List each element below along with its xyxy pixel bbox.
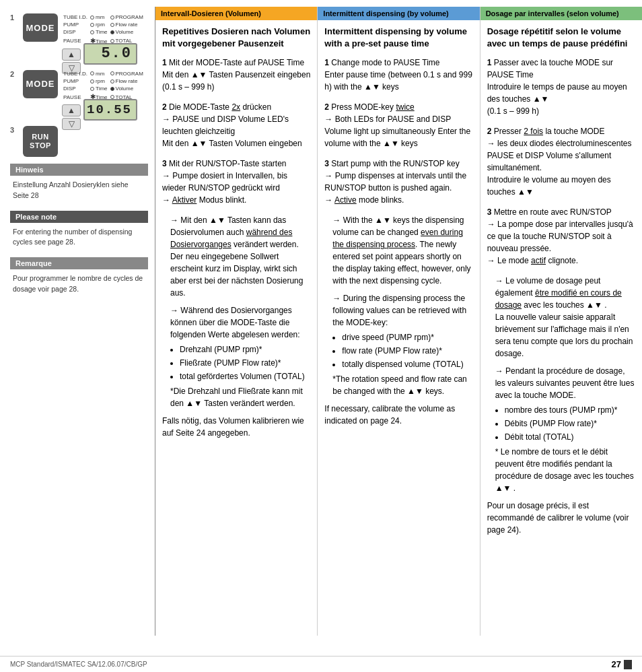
col2-calib: If necessary, calibrate the volume as in… <box>324 403 472 427</box>
col3-footnote: * Le nombre de tours et le débit peuvent… <box>495 446 635 494</box>
run-stop-button[interactable]: RUN STOP <box>23 126 58 157</box>
main-content: 1 MODE TUBE I.D.mmPROGRAM PUMPrpmFlow ra… <box>0 0 642 656</box>
please-note-content: For entering the number of dispensing cy… <box>10 226 148 250</box>
device-group-1: MODE TUBE I.D.mmPROGRAM PUMPrpmFlow rate… <box>23 13 145 65</box>
arrow-up-2[interactable]: ▲ <box>62 104 81 116</box>
device-group-2: MODE TUBE I.D.mmPROGRAM PUMPrpmFlow rate… <box>23 70 145 121</box>
col1-step3-num: 3 <box>162 159 167 168</box>
col1-bullet1: Drehzahl (PUMP rpm)* <box>180 343 310 356</box>
col2-step2-num: 2 <box>324 102 329 112</box>
col1-bullet2: Fließrate (PUMP Flow rate)* <box>180 357 310 369</box>
device-info-2: TUBE I.D.mmPROGRAM PUMPrpmFlow rate DISP… <box>62 70 145 102</box>
col1-bullet3: total gefördertes Volumen (TOTAL) <box>180 370 310 382</box>
hinweis-content: Einstellung Anzahl Dosieryklen siehe Sei… <box>10 178 148 203</box>
row-number-1: 1 <box>10 13 18 22</box>
display-1: 5.0 <box>83 43 137 65</box>
col3-actif: actif <box>531 256 546 265</box>
remarque-content: Pour programmer le nombre de cycles de d… <box>10 272 148 296</box>
row-number-2: 2 <box>10 70 18 78</box>
col1-calib: Falls nötig, das Volumen kalibrieren wie… <box>162 415 310 439</box>
col3-header: Dosage par intervalles (selon volume) <box>480 7 642 20</box>
col3-title: Dosage répétitif selon le volume avec un… <box>487 26 635 50</box>
please-note-box: Please note For entering the number of d… <box>10 211 148 250</box>
please-note-header: Please note <box>10 211 148 223</box>
sidebar-notes: Hinweis Einstellung Anzahl Dosieryklen s… <box>10 164 148 296</box>
footer: MCP Standard/ISMATEC SA/12.06.07/CB/GP 2… <box>0 656 642 672</box>
hinweis-header: Hinweis <box>10 164 148 176</box>
col2-note1: → With the ▲▼ keys the dispensing volume… <box>324 214 472 287</box>
remarque-header: Remarque <box>10 257 148 269</box>
footer-left: MCP Standard/ISMATEC SA/12.06.07/CB/GP <box>10 661 147 668</box>
col3-note2: → Pendant la procédure de dosage, les va… <box>487 365 635 494</box>
page-container: 1 MODE TUBE I.D.mmPROGRAM PUMPrpmFlow ra… <box>0 0 642 672</box>
run-label: RUN <box>32 133 48 141</box>
col2-bullet1: drive speed (PUMP rpm)* <box>342 331 472 343</box>
col2-bullet3: totally dispensed volume (TOTAL) <box>342 358 472 370</box>
col2-footnote: *The rotation speed and flow rate can be… <box>332 373 472 397</box>
col3-2fois: 2 fois <box>524 127 543 136</box>
col1-note1: → Mit den ▲▼ Tasten kann das Dosiervolum… <box>162 214 310 299</box>
col2-active: Active <box>334 195 357 205</box>
column-1: Intervall-Dosieren (Volumen) Repetitives… <box>155 7 317 636</box>
col3-step3-num: 3 <box>487 207 492 217</box>
col2-bullet-list: drive speed (PUMP rpm)* flow rate (PUMP … <box>342 331 472 370</box>
col2-even-during: even during the dispensing process <box>332 228 462 249</box>
col1-bullet-list: Drehzahl (PUMP rpm)* Fließrate (PUMP Flo… <box>180 343 310 382</box>
stop-label: STOP <box>30 141 51 150</box>
col1-header: Intervall-Dosieren (Volumen) <box>155 7 317 20</box>
arrow-down-2[interactable]: ▽ <box>62 118 81 130</box>
col3-step2-num: 2 <box>487 127 492 136</box>
mode-button-2[interactable]: MODE <box>23 70 58 98</box>
device-row-1: 1 MODE TUBE I.D.mmPROGRAM PUMPrpmFlow ra… <box>10 13 148 65</box>
col3-header-text: Dosage par intervalles (selon volume) <box>486 9 619 18</box>
device-row-2: 2 MODE TUBE I.D.mmPROGRAM PUMPrpmFlow ra… <box>10 70 148 121</box>
col1-footnote: *Die Drehzahl und Fließrate kann mit den… <box>170 385 310 409</box>
column-3: Dosage par intervalles (selon volume) Do… <box>480 7 642 636</box>
device-row-3: 3 RUN STOP <box>10 126 148 157</box>
columns-area: Intervall-Dosieren (Volumen) Repetitives… <box>155 7 642 636</box>
col2-step3-num: 3 <box>324 159 329 168</box>
col1-waehrend: während des Dosiervorganges <box>170 228 292 249</box>
col3-calib: Pour un dosage précis, il est recommandé… <box>487 500 635 536</box>
device-info-1: TUBE I.D.mmPROGRAM PUMPrpmFlow rate DISP… <box>62 13 145 46</box>
col2-header-text: Intermittent dispensing (by volume) <box>323 9 448 18</box>
col2-twice: twice <box>396 102 414 112</box>
col2-step1-num: 1 <box>324 58 329 67</box>
col1-note2: → Während des Dosiervorganges können übe… <box>162 304 310 409</box>
col1-step2: 2 Die MODE-Taste 2x drücken → PAUSE und … <box>162 101 310 149</box>
mode-button-1[interactable]: MODE <box>23 13 58 42</box>
page-number-text: 27 <box>612 659 621 669</box>
col3-bullet-list: nombre des tours (PUMP rpm)* Débits (PUM… <box>505 404 635 443</box>
col3-bullet3: Débit total (TOTAL) <box>505 431 635 443</box>
page-number-block: 27 <box>612 659 632 669</box>
col2-step1: 1 Change mode to PAUSE Time Enter pause … <box>324 57 472 93</box>
col1-aktiver: Aktiver <box>172 195 197 205</box>
col3-bullet1: nombre des tours (PUMP rpm)* <box>505 404 635 416</box>
row-number-3: 3 <box>10 126 18 134</box>
col2-step2: 2 Press MODE-key twice → Both LEDs for P… <box>324 101 472 149</box>
col2-bullet2: flow rate (PUMP Flow rate)* <box>342 345 472 357</box>
col1-step2-num: 2 <box>162 102 167 112</box>
display-2: 10.55 <box>83 99 137 121</box>
col3-step3: 3 Mettre en route avec RUN/STOP → La pom… <box>487 206 635 267</box>
left-panel: 1 MODE TUBE I.D.mmPROGRAM PUMPrpmFlow ra… <box>0 7 155 636</box>
col1-title: Repetitives Dosieren nach Volumen mit vo… <box>162 26 310 50</box>
remarque-box: Remarque Pour programmer le nombre de cy… <box>10 257 148 296</box>
hinweis-box: Hinweis Einstellung Anzahl Dosieryklen s… <box>10 164 148 203</box>
col2-note2: → During the dispensing process the foll… <box>324 292 472 397</box>
col1-step2-underline: 2x <box>231 102 240 112</box>
col1-step3: 3 Mit der RUN/STOP-Taste starten → Pumpe… <box>162 158 310 206</box>
col3-note1: → Le volume de dosage peut également êtr… <box>487 275 635 360</box>
column-2: Intermittent dispensing (by volume) Inte… <box>317 7 479 636</box>
col2-step3: 3 Start pump with the RUN/STOP key → Pum… <box>324 158 472 206</box>
col3-step1: 1 Passer avec la touche MODE sur PAUSE T… <box>487 57 635 117</box>
arrow-up-1[interactable]: ▲ <box>62 48 81 61</box>
col3-step2: 2 Presser 2 fois la touche MODE → les de… <box>487 125 635 198</box>
col2-header: Intermittent dispensing (by volume) <box>318 7 479 20</box>
col3-bullet2: Débits (PUMP Flow rate)* <box>505 417 635 430</box>
col3-step1-num: 1 <box>487 58 492 67</box>
page-rect-icon <box>624 660 632 669</box>
col1-step1-num: 1 <box>162 58 167 67</box>
col2-title: Intermittent dispensing by volume with a… <box>324 26 472 50</box>
col3-etre-modifie: être modifié en cours de dosage <box>495 288 622 310</box>
